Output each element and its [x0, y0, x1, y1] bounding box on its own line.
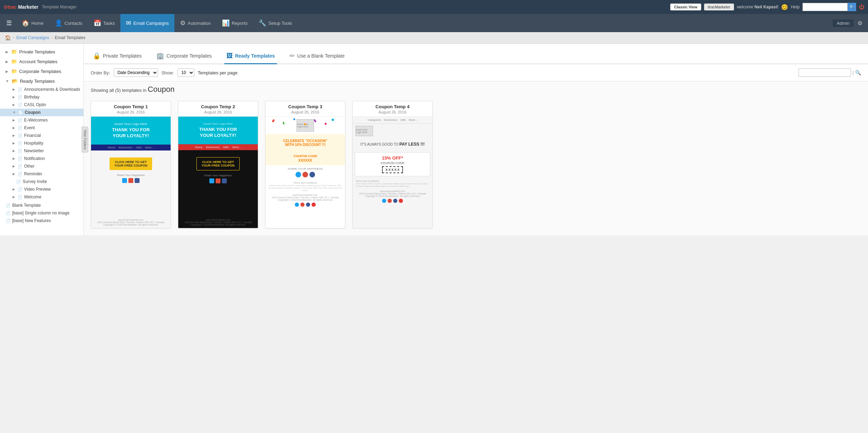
- template-search-input[interactable]: [799, 68, 851, 77]
- templates-grid: Coupon Temp 1 August 26, 2016 Insert You…: [84, 97, 868, 235]
- c3-confetti: Insert Your Logo Here: [265, 117, 345, 134]
- doc-event-icon: 📄: [17, 126, 22, 130]
- nav-contacts[interactable]: 👤 Contacts: [49, 14, 88, 32]
- tab-private[interactable]: 🔒 Private Templates: [91, 49, 144, 64]
- tab-private-label: Private Templates: [103, 53, 142, 59]
- sidebar-group-account: ▶ 📁 Account Templates: [0, 57, 83, 66]
- sidebar-sub-casl[interactable]: ▶ 📄 CASL Optin: [0, 101, 83, 109]
- top-search-button[interactable]: 🔍: [848, 3, 856, 11]
- tab-corporate-label: Corporate Templates: [166, 53, 212, 59]
- nav-settings-icon[interactable]: ⚙: [854, 20, 866, 27]
- breadcrumb-home-icon[interactable]: 🏠: [5, 35, 11, 41]
- template-card-coupon1[interactable]: Coupon Temp 1 August 26, 2016 Insert You…: [91, 101, 171, 228]
- sidebar-sub-event[interactable]: ▶ 📄 Event: [0, 124, 83, 132]
- c1-footer: www.itracmarketer.com 1919 Gerrard Stree…: [91, 216, 171, 228]
- c1-thank-you: THANK YOU FORYOUR LOYALTY!: [97, 127, 165, 139]
- template-card-coupon3[interactable]: Coupon Temp 3 August 26, 2016 Insert You: [265, 101, 345, 228]
- sidebar-sub-ewelcomes[interactable]: ▶ 📄 E-Welcomes: [0, 116, 83, 124]
- nav-email-campaigns[interactable]: ✉ Email Campaigns: [120, 14, 174, 32]
- itrac-marketer-button[interactable]: itracMarketer: [704, 3, 734, 10]
- sidebar-sub-reminder[interactable]: ▶ 📄 Reminder: [0, 170, 83, 178]
- doc-financial-icon: 📄: [17, 133, 22, 138]
- logo-marketer: Marketer: [18, 4, 38, 10]
- nav-automation[interactable]: ⚙ Automation: [174, 14, 216, 32]
- order-by-select[interactable]: Date Descending Date Ascending Name A-Z …: [114, 68, 158, 77]
- show-label: Show:: [162, 70, 174, 75]
- admin-button[interactable]: Admin: [832, 19, 854, 28]
- power-icon[interactable]: ⏻: [859, 4, 865, 10]
- image-icon: 🖼: [226, 52, 233, 60]
- c1-facebook-icon: [135, 178, 140, 183]
- sidebar-sub-welcome[interactable]: ▶ 📄 Welcome: [0, 193, 83, 201]
- nav-bar: ☰ 🏠 Home 👤 Contacts 📅 Tasks ✉ Email Camp…: [0, 14, 868, 32]
- sidebar-casl-label: CASL Optin: [24, 102, 46, 107]
- c2-nav-more: More...: [232, 146, 241, 149]
- confetti-3: [293, 118, 295, 120]
- sidebar-sub-birthday[interactable]: ▶ 📄 Birthday: [0, 93, 83, 101]
- show-select[interactable]: 5 10 20 50: [178, 68, 194, 77]
- nav-setup-tools[interactable]: 🔧 Setup Tools: [253, 14, 298, 32]
- c2-body: CLICK HERE TO GETYOUR FREE COUPON Share …: [178, 150, 258, 216]
- c4-logo-placeholder: Insert Your Logo Here: [356, 126, 373, 136]
- template-card-coupon4[interactable]: Coupon Temp 4 August 26, 2016 Categories…: [352, 101, 433, 228]
- doc-birthday-icon: 📄: [17, 95, 22, 100]
- expand-coupon-icon: ▼: [13, 111, 16, 114]
- sidebar-item-base-single[interactable]: 📄 [base] Single column no image: [0, 209, 83, 217]
- sidebar-sub-coupon[interactable]: ▼ 📄 Coupon: [0, 109, 83, 116]
- doc-video-icon: 📄: [17, 187, 22, 192]
- sidebar-sub-video[interactable]: ▶ 📄 Video Preview: [0, 185, 83, 193]
- per-page-label: Templates per page: [198, 70, 238, 75]
- sidebar-item-blank[interactable]: 📄 Blank Template: [0, 201, 83, 209]
- nav-automation-label: Automation: [188, 21, 211, 26]
- logo: ⊙tracMarketer Template Manager: [3, 4, 76, 10]
- c2-logo: Insert Your Logo Here: [184, 122, 252, 125]
- c4-header: IT'S ALWAYS GOOD TO PAY LESS !!!: [353, 138, 432, 150]
- sidebar-item-account[interactable]: ▶ 📁 Account Templates: [0, 57, 83, 66]
- classic-view-button[interactable]: Classic View: [670, 3, 701, 10]
- sidebar-item-private[interactable]: ▶ 📁 Private Templates: [0, 47, 83, 56]
- nav-home[interactable]: 🏠 Home: [16, 14, 49, 32]
- doc-welcome-icon: 📄: [17, 195, 22, 199]
- nav-tasks[interactable]: 📅 Tasks: [88, 14, 120, 32]
- hide-folders-button[interactable]: Hide Folders: [82, 126, 88, 153]
- nav-reports[interactable]: 📊 Reports: [216, 14, 253, 32]
- order-by-label: Order By:: [91, 70, 110, 75]
- c3-coupon-box: COUPON CODE XXXXXX: [265, 152, 345, 165]
- doc-other-icon: 📄: [17, 164, 22, 169]
- c4-footer-gp: [388, 199, 392, 203]
- tab-ready-label: Ready Templates: [235, 53, 275, 59]
- breadcrumb-email-campaigns[interactable]: Email Campaigns: [16, 35, 49, 40]
- sidebar-item-ready[interactable]: ▼ 📂 Ready Templates: [0, 76, 83, 86]
- hamburger-menu[interactable]: ☰: [2, 19, 16, 27]
- c1-google-icon: [128, 178, 133, 183]
- sidebar-sub-survey[interactable]: 📄 Survey Invite: [0, 178, 83, 185]
- help-link[interactable]: Help: [791, 5, 800, 9]
- c2-nav-home: Home: [195, 146, 202, 149]
- c1-nav-gifts: Gifts: [136, 146, 142, 149]
- sidebar-item-corporate[interactable]: ▶ 📁 Corporate Templates: [0, 67, 83, 76]
- sidebar-ewelcomes-label: E-Welcomes: [24, 118, 48, 123]
- sidebar-sub-hospitality[interactable]: ▶ 📄 Hospitality: [0, 139, 83, 147]
- c3-google-icon: [302, 172, 308, 177]
- user-icon: 😊: [781, 4, 788, 10]
- sidebar-sub-newsletter[interactable]: ▶ 📄 Newsletter: [0, 147, 83, 155]
- c3-celebrate-header: CELEBRATE "OCCASION"WITH 10% DISCOUNT !!…: [265, 134, 345, 152]
- sidebar-sub-financial[interactable]: ▶ 📄 Financial: [0, 132, 83, 139]
- template-card-coupon2[interactable]: Coupon Temp 2 August 26, 2016 Insert You…: [178, 101, 258, 228]
- toolbar: Order By: Date Descending Date Ascending…: [84, 64, 868, 81]
- sidebar-sub-announcements[interactable]: ▶ 📄 Announcements & Downloads: [0, 86, 83, 93]
- top-search-area: 🔍: [802, 3, 856, 11]
- tab-blank[interactable]: ✏ Use a Blank Template: [287, 49, 347, 64]
- sidebar-item-base-features[interactable]: 📄 [base] New Features: [0, 217, 83, 225]
- tabs-bar: 🔒 Private Templates 🏢 Corporate Template…: [84, 44, 868, 64]
- tab-ready[interactable]: 🖼 Ready Templates: [224, 49, 277, 64]
- sidebar: ▶ 📁 Private Templates ▶ 📁 Account Templa…: [0, 44, 84, 235]
- sidebar-sub-notification[interactable]: ▶ 📄 Notification: [0, 155, 83, 162]
- tab-corporate[interactable]: 🏢 Corporate Templates: [154, 49, 214, 64]
- template-search-button[interactable]: 🔍: [855, 70, 861, 75]
- nav-setup-tools-label: Setup Tools: [268, 21, 292, 26]
- sidebar-sub-other[interactable]: ▶ 📄 Other: [0, 162, 83, 170]
- c2-thank-you: THANK YOU FORYOUR LOYALTY!: [184, 127, 252, 139]
- top-search-input[interactable]: [802, 3, 848, 11]
- c2-nav: Home Electronics Gifts More...: [178, 144, 258, 150]
